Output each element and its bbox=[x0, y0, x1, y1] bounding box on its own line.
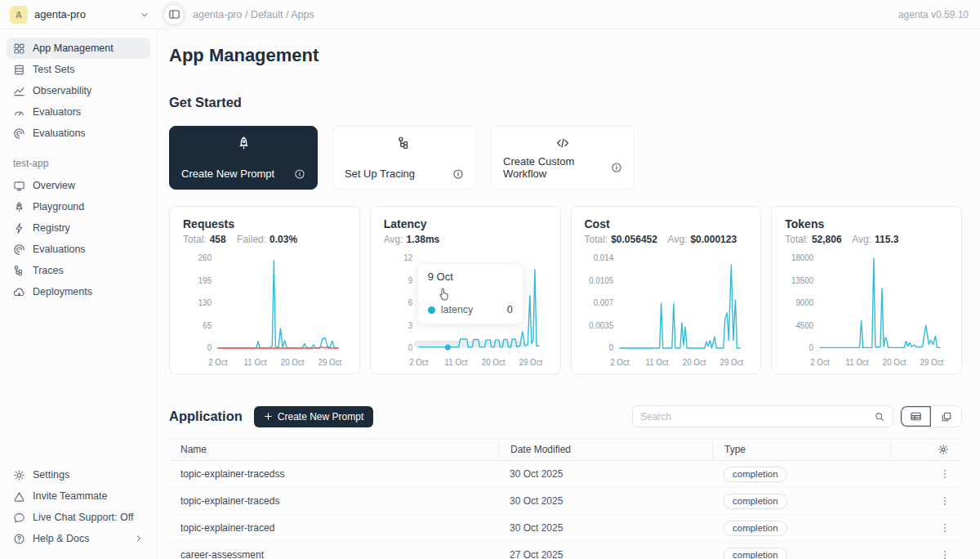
table-row[interactable]: topic-explainer-traced 30 Oct 2025 compl… bbox=[169, 515, 962, 542]
info-icon[interactable] bbox=[294, 168, 305, 180]
app-name[interactable]: topic-explainer-traced bbox=[169, 522, 498, 534]
table-row[interactable]: career-assessment 27 Oct 2025 completion bbox=[169, 542, 962, 559]
main-content: App Management Get Started Create New Pr… bbox=[158, 29, 980, 559]
info-icon[interactable] bbox=[452, 168, 464, 180]
app-date-modified: 27 Oct 2025 bbox=[498, 549, 712, 559]
svg-text:20 Oct: 20 Oct bbox=[883, 358, 906, 367]
sidebar-footer: Settings Invite Teammate Live Chat Suppo… bbox=[7, 464, 150, 549]
sidebar-item-evaluations-project[interactable]: Evaluations bbox=[7, 239, 150, 260]
svg-text:0: 0 bbox=[809, 343, 814, 352]
chevron-right-icon bbox=[134, 534, 144, 543]
requests-chart-plot[interactable]: 0651301952602 Oct11 Oct20 Oct29 Oct bbox=[183, 250, 346, 373]
chart-title: Tokens bbox=[785, 217, 948, 230]
svg-text:29 Oct: 29 Oct bbox=[318, 358, 342, 367]
sidebar-item-app-management[interactable]: App Management bbox=[7, 38, 150, 59]
svg-text:4500: 4500 bbox=[796, 321, 814, 330]
stat-value: $0.056452 bbox=[611, 234, 657, 245]
svg-text:29 Oct: 29 Oct bbox=[519, 358, 542, 367]
sidebar-item-evaluations[interactable]: Evaluations bbox=[7, 123, 150, 144]
tooltip-date: 9 Oct bbox=[428, 271, 513, 283]
tokens-chart-plot[interactable]: 04500900013500180002 Oct11 Oct20 Oct29 O… bbox=[785, 250, 948, 373]
card-label: Create Custom Workflow bbox=[503, 155, 611, 180]
card-view-button[interactable] bbox=[931, 406, 961, 427]
sidebar: App Management Test Sets Observability E… bbox=[0, 29, 158, 559]
table-view-button[interactable] bbox=[901, 406, 931, 427]
help-icon bbox=[13, 533, 25, 545]
stat-value: 1.38ms bbox=[407, 234, 440, 245]
column-header-type[interactable]: Type bbox=[712, 439, 890, 460]
grid-icon bbox=[13, 42, 25, 55]
search-box[interactable] bbox=[632, 405, 893, 427]
sidebar-item-help-docs[interactable]: Help & Docs bbox=[7, 528, 150, 549]
chart-stats: Total:458 Failed:0.03% bbox=[183, 234, 346, 245]
sidebar-item-invite-teammate[interactable]: Invite Teammate bbox=[7, 485, 150, 507]
stat-label: Avg: bbox=[668, 234, 688, 245]
svg-text:0.014: 0.014 bbox=[593, 253, 613, 262]
type-badge: completion bbox=[724, 548, 787, 559]
plus-icon bbox=[264, 412, 273, 421]
create-new-prompt-button[interactable]: Create New Prompt bbox=[254, 406, 373, 427]
sidebar-item-settings[interactable]: Settings bbox=[7, 464, 150, 485]
app-type-cell: completion bbox=[712, 494, 890, 509]
application-section: Application Create New Prompt bbox=[169, 405, 962, 559]
table-row[interactable]: topic-explainer-traceds 30 Oct 2025 comp… bbox=[169, 488, 962, 515]
sidebar-item-deployments[interactable]: Deployments bbox=[7, 281, 150, 302]
search-input[interactable] bbox=[640, 411, 874, 423]
table-row[interactable]: topic-explainer-tracedss 30 Oct 2025 com… bbox=[169, 461, 962, 488]
create-custom-workflow-card[interactable]: Create Custom Workflow bbox=[491, 126, 635, 190]
search-icon[interactable] bbox=[874, 411, 885, 423]
chart-tooltip: 9 Oct latency 0 bbox=[418, 264, 523, 324]
sidebar-item-evaluators[interactable]: Evaluators bbox=[7, 101, 150, 123]
app-name[interactable]: topic-explainer-traceds bbox=[169, 495, 498, 507]
kebab-menu-icon[interactable] bbox=[939, 495, 951, 507]
gauge-icon bbox=[13, 106, 25, 119]
sidebar-item-live-chat-support[interactable]: Live Chat Support: Off bbox=[7, 507, 150, 528]
sidebar-item-traces[interactable]: Traces bbox=[7, 260, 150, 281]
app-type-cell: completion bbox=[712, 521, 890, 536]
kebab-menu-icon[interactable] bbox=[939, 549, 951, 559]
row-actions bbox=[890, 468, 962, 480]
sidebar-item-test-sets[interactable]: Test Sets bbox=[7, 59, 150, 80]
sidebar-collapse-button[interactable] bbox=[163, 4, 185, 25]
svg-text:0: 0 bbox=[207, 343, 212, 352]
gear-icon bbox=[13, 469, 25, 481]
svg-text:29 Oct: 29 Oct bbox=[719, 358, 743, 367]
create-new-prompt-card[interactable]: Create New Prompt bbox=[169, 126, 318, 190]
table-view-icon bbox=[910, 410, 922, 423]
panel-left-icon bbox=[168, 8, 180, 20]
stat-value: 458 bbox=[210, 234, 226, 245]
chart-title: Latency bbox=[384, 217, 547, 230]
breadcrumb[interactable]: agenta-pro / Default / Apps bbox=[193, 9, 314, 20]
kebab-menu-icon[interactable] bbox=[939, 468, 951, 480]
stat-label: Avg: bbox=[852, 234, 871, 245]
column-settings-gear-icon[interactable] bbox=[938, 444, 949, 455]
kebab-menu-icon[interactable] bbox=[939, 522, 951, 534]
info-icon[interactable] bbox=[611, 162, 622, 173]
workspace-switcher[interactable]: A agenta-pro bbox=[10, 6, 150, 24]
svg-text:2 Oct: 2 Oct bbox=[409, 358, 429, 367]
app-date-modified: 30 Oct 2025 bbox=[498, 522, 712, 534]
chart-stats: Total:$0.056452 Avg:$0.000123 bbox=[585, 234, 748, 245]
sidebar-item-observability[interactable]: Observability bbox=[7, 80, 150, 101]
cost-chart-plot[interactable]: 00.00350.0070.01050.0142 Oct11 Oct20 Oct… bbox=[585, 250, 748, 373]
series-dot-icon bbox=[428, 306, 435, 314]
svg-text:2 Oct: 2 Oct bbox=[610, 358, 630, 367]
app-name[interactable]: topic-explainer-tracedss bbox=[169, 468, 498, 480]
set-up-tracing-card[interactable]: Set Up Tracing bbox=[332, 126, 476, 190]
svg-text:20 Oct: 20 Oct bbox=[482, 358, 506, 367]
tooltip-series-value: 0 bbox=[507, 304, 513, 315]
workspace-name: agenta-pro bbox=[34, 8, 86, 20]
column-header-date-modified[interactable]: Date Modified bbox=[498, 439, 712, 460]
triangle-icon bbox=[13, 490, 25, 503]
column-header-name[interactable]: Name bbox=[169, 439, 498, 460]
sidebar-item-overview[interactable]: Overview bbox=[7, 175, 150, 196]
app-name[interactable]: career-assessment bbox=[169, 549, 498, 559]
sidebar-item-label: Playground bbox=[33, 201, 84, 212]
sidebar-item-registry[interactable]: Registry bbox=[7, 217, 150, 239]
app-date-modified: 30 Oct 2025 bbox=[498, 495, 712, 507]
sidebar-item-playground[interactable]: Playground bbox=[7, 196, 150, 217]
app-version: agenta v0.59.10 bbox=[898, 9, 969, 20]
svg-text:11 Oct: 11 Oct bbox=[846, 358, 869, 367]
svg-text:29 Oct: 29 Oct bbox=[920, 358, 944, 367]
svg-text:13500: 13500 bbox=[791, 276, 814, 285]
